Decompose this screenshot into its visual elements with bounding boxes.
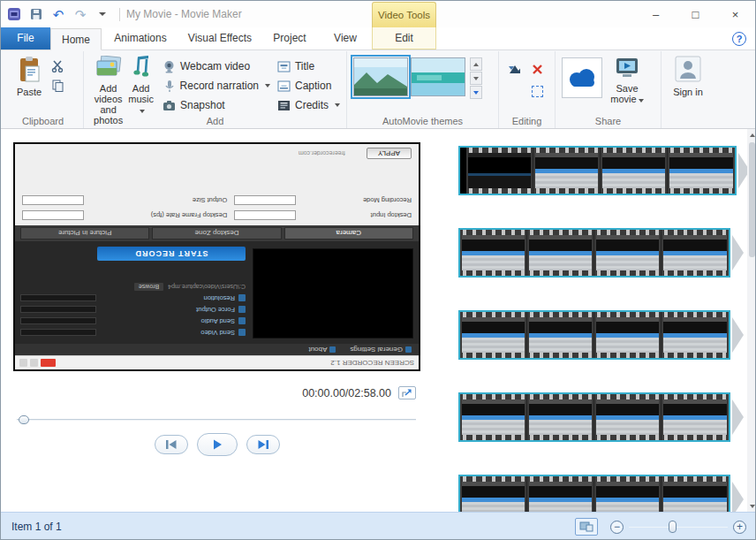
ribbon-group-add: Add videos and photos Add music Webcam v…: [84, 51, 347, 128]
play-button[interactable]: [197, 433, 238, 456]
next-frame-button[interactable]: [246, 435, 280, 454]
onedrive-share-tile[interactable]: [562, 57, 602, 98]
clip-frame[interactable]: [662, 312, 729, 358]
zoom-slider[interactable]: [629, 520, 728, 534]
clip-frame[interactable]: [460, 476, 527, 512]
clip-frame[interactable]: [460, 312, 527, 358]
clip-frame[interactable]: [594, 394, 662, 440]
tab-project[interactable]: Project: [261, 27, 319, 49]
webcam-video-button[interactable]: Webcam video: [163, 58, 270, 74]
item-count-text: Item 1 of 1: [11, 521, 62, 533]
caption-icon: [277, 80, 291, 92]
storyboard-clip-row[interactable]: [458, 310, 756, 360]
webcam-icon: [163, 60, 176, 73]
clip-frame[interactable]: [527, 312, 594, 358]
ribbon-group-automovie: AutoMovie themes: [347, 51, 499, 128]
theme-thumbnail-default[interactable]: [353, 57, 408, 96]
remove-x-icon: [532, 64, 543, 75]
seek-slider[interactable]: [17, 415, 416, 425]
video-tools-contextual-tab[interactable]: Video Tools: [372, 2, 436, 27]
clip-frame[interactable]: [662, 394, 729, 440]
onedrive-cloud-icon: [565, 66, 599, 89]
add-music-button[interactable]: Add music: [126, 54, 155, 117]
tab-file[interactable]: File: [1, 27, 50, 49]
storyboard-clip-row[interactable]: [458, 392, 756, 442]
clip-frame[interactable]: [460, 394, 527, 440]
recorder-apply-button: APPLY: [367, 148, 412, 159]
clip-frame[interactable]: [527, 476, 594, 512]
copy-icon: [51, 80, 64, 92]
tab-edit[interactable]: Edit: [372, 27, 436, 49]
scroll-down-icon[interactable]: [747, 500, 756, 512]
maximize-button[interactable]: □: [676, 1, 715, 27]
tab-view[interactable]: View: [319, 27, 372, 49]
credits-button[interactable]: Credits: [277, 97, 340, 113]
theme-gallery-more-icon[interactable]: [470, 86, 482, 99]
copy-button[interactable]: [51, 78, 64, 94]
clip-frame[interactable]: [594, 476, 662, 512]
zoom-slider-handle[interactable]: [669, 521, 677, 533]
clip-frame[interactable]: [527, 230, 594, 276]
help-icon[interactable]: ?: [732, 32, 746, 46]
music-note-icon: [131, 56, 152, 81]
tab-animations[interactable]: Animations: [102, 27, 179, 49]
save-icon[interactable]: [28, 6, 44, 22]
theme-thumbnail-contemporary[interactable]: [411, 57, 465, 96]
seek-track[interactable]: [17, 419, 416, 421]
thumbnail-size-button[interactable]: [575, 518, 598, 536]
tab-home[interactable]: Home: [50, 28, 102, 50]
storyboard-scrollbar[interactable]: [747, 129, 756, 512]
clip-frame[interactable]: [662, 230, 729, 276]
redo-icon[interactable]: ↷: [72, 6, 88, 22]
theme-scroll-down-icon[interactable]: [470, 72, 482, 85]
zoom-in-button[interactable]: +: [733, 521, 746, 534]
popout-arrow-icon: [402, 389, 412, 398]
clip-frame[interactable]: [527, 394, 594, 440]
scrollbar-thumb[interactable]: [749, 142, 755, 257]
minimize-button[interactable]: –: [636, 1, 676, 27]
clip-frame[interactable]: [668, 148, 735, 194]
clip-frame[interactable]: [601, 148, 668, 194]
clip-frame[interactable]: [466, 148, 533, 194]
theme-scroll-up-icon[interactable]: [470, 57, 482, 71]
cut-button[interactable]: [51, 58, 64, 74]
tab-visual-effects[interactable]: Visual Effects: [179, 27, 261, 49]
storyboard-clip-row[interactable]: [458, 146, 756, 195]
sign-in-button[interactable]: Sign in: [668, 54, 708, 99]
save-movie-button[interactable]: Save movie: [606, 54, 648, 106]
close-button[interactable]: ×: [715, 1, 755, 27]
zoom-out-button[interactable]: −: [610, 521, 624, 534]
app-logo-icon[interactable]: [6, 6, 22, 22]
recorder-tab-picture-in-picture: Picture in Picture: [20, 227, 149, 240]
seek-handle[interactable]: [19, 415, 29, 424]
recorder-close-icon: [41, 359, 56, 367]
clip-frame[interactable]: [594, 312, 662, 358]
fullscreen-button[interactable]: [398, 386, 416, 399]
storyboard-clip-row[interactable]: [458, 228, 756, 278]
storyboard-clip-row[interactable]: [458, 475, 756, 512]
caption-button[interactable]: Caption: [277, 78, 340, 94]
video-preview[interactable]: SCREEN RECORDER 1.2 General Settings Abo…: [13, 142, 420, 371]
previous-frame-button[interactable]: [155, 435, 188, 454]
clip-frame[interactable]: [594, 230, 662, 276]
clip-frame[interactable]: [533, 148, 601, 194]
recorder-app-screenshot: SCREEN RECORDER 1.2 General Settings Abo…: [15, 144, 419, 369]
landscape-theme-icon: [354, 58, 407, 95]
scroll-up-icon[interactable]: [747, 129, 756, 141]
select-all-button[interactable]: [527, 81, 547, 101]
ribbon-tab-bar: File Home Animations Visual Effects Proj…: [1, 27, 755, 50]
record-narration-button[interactable]: Record narration: [163, 78, 270, 94]
qat-dropdown-icon[interactable]: [94, 6, 110, 22]
title-button[interactable]: Title: [277, 58, 340, 74]
clip-frame[interactable]: [662, 476, 729, 512]
rotate-left-button[interactable]: [505, 59, 525, 79]
paste-button[interactable]: Paste: [9, 54, 49, 99]
remove-button[interactable]: [527, 59, 547, 79]
clip-frame[interactable]: [460, 230, 527, 276]
window-controls: – □ ×: [636, 1, 755, 27]
snapshot-button[interactable]: Snapshot: [163, 97, 270, 113]
undo-icon[interactable]: ↶: [50, 6, 66, 22]
theme-gallery-scroll: [470, 57, 482, 99]
next-frame-icon: [256, 439, 270, 450]
recorder-file-path: C:\Users\Video\capture.mp4: [168, 284, 246, 290]
